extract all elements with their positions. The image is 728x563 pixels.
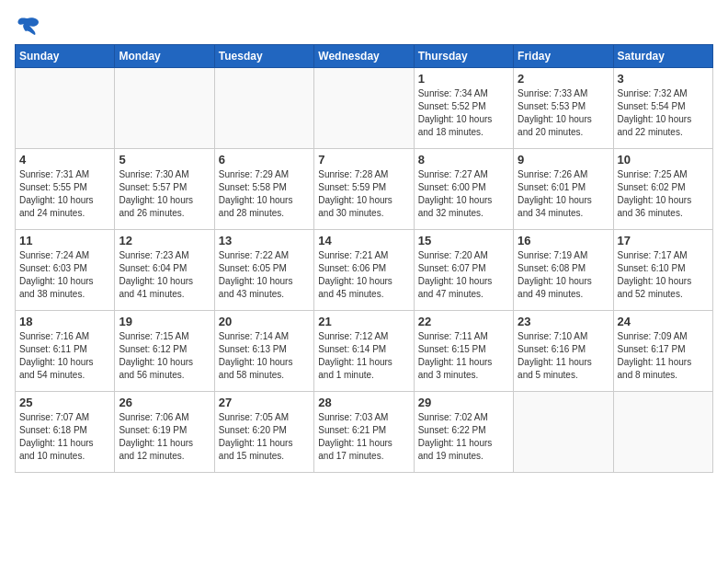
day-info: Sunrise: 7:16 AM Sunset: 6:11 PM Dayligh… bbox=[19, 330, 110, 382]
calendar-cell: 22Sunrise: 7:11 AM Sunset: 6:15 PM Dayli… bbox=[414, 311, 513, 392]
calendar-body: 1Sunrise: 7:34 AM Sunset: 5:52 PM Daylig… bbox=[16, 68, 713, 473]
day-info: Sunrise: 7:23 AM Sunset: 6:04 PM Dayligh… bbox=[119, 249, 210, 301]
day-info: Sunrise: 7:07 AM Sunset: 6:18 PM Dayligh… bbox=[19, 411, 110, 463]
day-info: Sunrise: 7:25 AM Sunset: 6:02 PM Dayligh… bbox=[618, 168, 709, 220]
calendar-cell: 13Sunrise: 7:22 AM Sunset: 6:05 PM Dayli… bbox=[214, 230, 313, 311]
day-info: Sunrise: 7:09 AM Sunset: 6:17 PM Dayligh… bbox=[618, 330, 709, 382]
calendar-cell: 26Sunrise: 7:06 AM Sunset: 6:19 PM Dayli… bbox=[115, 392, 214, 473]
day-number: 19 bbox=[119, 315, 210, 328]
day-number: 26 bbox=[119, 396, 210, 409]
day-number: 15 bbox=[418, 234, 509, 247]
day-number: 11 bbox=[19, 234, 110, 247]
calendar-header: SundayMondayTuesdayWednesdayThursdayFrid… bbox=[16, 45, 713, 68]
day-info: Sunrise: 7:06 AM Sunset: 6:19 PM Dayligh… bbox=[119, 411, 210, 463]
calendar-cell: 1Sunrise: 7:34 AM Sunset: 5:52 PM Daylig… bbox=[414, 68, 513, 149]
calendar-cell bbox=[214, 68, 313, 149]
day-info: Sunrise: 7:20 AM Sunset: 6:07 PM Dayligh… bbox=[418, 249, 509, 301]
day-of-week-header: Thursday bbox=[414, 45, 513, 68]
day-number: 27 bbox=[219, 396, 310, 409]
day-info: Sunrise: 7:02 AM Sunset: 6:22 PM Dayligh… bbox=[418, 411, 509, 463]
day-info: Sunrise: 7:29 AM Sunset: 5:58 PM Dayligh… bbox=[219, 168, 310, 220]
day-info: Sunrise: 7:19 AM Sunset: 6:08 PM Dayligh… bbox=[518, 249, 609, 301]
day-of-week-header: Sunday bbox=[16, 45, 115, 68]
calendar-week-row: 4Sunrise: 7:31 AM Sunset: 5:55 PM Daylig… bbox=[16, 149, 713, 230]
calendar-cell: 7Sunrise: 7:28 AM Sunset: 5:59 PM Daylig… bbox=[314, 149, 414, 230]
day-number: 23 bbox=[518, 315, 609, 328]
day-info: Sunrise: 7:15 AM Sunset: 6:12 PM Dayligh… bbox=[119, 330, 210, 382]
calendar-week-row: 11Sunrise: 7:24 AM Sunset: 6:03 PM Dayli… bbox=[16, 230, 713, 311]
calendar-cell: 2Sunrise: 7:33 AM Sunset: 5:53 PM Daylig… bbox=[514, 68, 613, 149]
calendar-table: SundayMondayTuesdayWednesdayThursdayFrid… bbox=[15, 44, 713, 473]
calendar-cell: 14Sunrise: 7:21 AM Sunset: 6:06 PM Dayli… bbox=[314, 230, 414, 311]
day-info: Sunrise: 7:10 AM Sunset: 6:16 PM Dayligh… bbox=[518, 330, 609, 382]
calendar-cell: 10Sunrise: 7:25 AM Sunset: 6:02 PM Dayli… bbox=[613, 149, 712, 230]
day-info: Sunrise: 7:26 AM Sunset: 6:01 PM Dayligh… bbox=[518, 168, 609, 220]
day-number: 21 bbox=[318, 315, 409, 328]
day-number: 9 bbox=[518, 153, 609, 167]
calendar-cell: 28Sunrise: 7:03 AM Sunset: 6:21 PM Dayli… bbox=[314, 392, 414, 473]
day-number: 2 bbox=[518, 72, 609, 86]
day-info: Sunrise: 7:33 AM Sunset: 5:53 PM Dayligh… bbox=[518, 87, 609, 139]
day-number: 16 bbox=[518, 234, 609, 247]
day-of-week-header: Wednesday bbox=[314, 45, 414, 68]
day-info: Sunrise: 7:12 AM Sunset: 6:14 PM Dayligh… bbox=[318, 330, 409, 382]
calendar-cell: 24Sunrise: 7:09 AM Sunset: 6:17 PM Dayli… bbox=[613, 311, 712, 392]
calendar-cell: 25Sunrise: 7:07 AM Sunset: 6:18 PM Dayli… bbox=[16, 392, 115, 473]
day-number: 18 bbox=[19, 315, 110, 328]
calendar-cell: 16Sunrise: 7:19 AM Sunset: 6:08 PM Dayli… bbox=[514, 230, 613, 311]
day-number: 8 bbox=[418, 153, 509, 167]
day-number: 3 bbox=[618, 72, 709, 86]
calendar-cell: 27Sunrise: 7:05 AM Sunset: 6:20 PM Dayli… bbox=[214, 392, 313, 473]
day-info: Sunrise: 7:03 AM Sunset: 6:21 PM Dayligh… bbox=[318, 411, 409, 463]
day-info: Sunrise: 7:22 AM Sunset: 6:05 PM Dayligh… bbox=[219, 249, 310, 301]
day-number: 20 bbox=[219, 315, 310, 328]
day-number: 4 bbox=[19, 153, 110, 167]
calendar-cell: 17Sunrise: 7:17 AM Sunset: 6:10 PM Dayli… bbox=[613, 230, 712, 311]
calendar-cell: 8Sunrise: 7:27 AM Sunset: 6:00 PM Daylig… bbox=[414, 149, 513, 230]
calendar-cell: 11Sunrise: 7:24 AM Sunset: 6:03 PM Dayli… bbox=[16, 230, 115, 311]
day-number: 12 bbox=[119, 234, 210, 247]
day-info: Sunrise: 7:32 AM Sunset: 5:54 PM Dayligh… bbox=[618, 87, 709, 139]
day-info: Sunrise: 7:27 AM Sunset: 6:00 PM Dayligh… bbox=[418, 168, 509, 220]
calendar-cell: 12Sunrise: 7:23 AM Sunset: 6:04 PM Dayli… bbox=[115, 230, 214, 311]
day-number: 10 bbox=[618, 153, 709, 167]
day-number: 14 bbox=[318, 234, 409, 247]
calendar-cell bbox=[514, 392, 613, 473]
logo-bird-icon bbox=[15, 15, 40, 37]
day-info: Sunrise: 7:11 AM Sunset: 6:15 PM Dayligh… bbox=[418, 330, 509, 382]
day-number: 25 bbox=[19, 396, 110, 409]
calendar-cell bbox=[115, 68, 214, 149]
calendar-cell bbox=[16, 68, 115, 149]
calendar-cell bbox=[613, 392, 712, 473]
day-info: Sunrise: 7:30 AM Sunset: 5:57 PM Dayligh… bbox=[119, 168, 210, 220]
day-info: Sunrise: 7:05 AM Sunset: 6:20 PM Dayligh… bbox=[219, 411, 310, 463]
calendar-week-row: 1Sunrise: 7:34 AM Sunset: 5:52 PM Daylig… bbox=[16, 68, 713, 149]
calendar-cell: 4Sunrise: 7:31 AM Sunset: 5:55 PM Daylig… bbox=[16, 149, 115, 230]
day-of-week-header: Saturday bbox=[613, 45, 712, 68]
day-number: 22 bbox=[418, 315, 509, 328]
day-number: 29 bbox=[418, 396, 509, 409]
calendar-week-row: 25Sunrise: 7:07 AM Sunset: 6:18 PM Dayli… bbox=[16, 392, 713, 473]
day-info: Sunrise: 7:21 AM Sunset: 6:06 PM Dayligh… bbox=[318, 249, 409, 301]
page-header bbox=[15, 15, 713, 37]
calendar-cell: 9Sunrise: 7:26 AM Sunset: 6:01 PM Daylig… bbox=[514, 149, 613, 230]
day-info: Sunrise: 7:34 AM Sunset: 5:52 PM Dayligh… bbox=[418, 87, 509, 139]
calendar-cell: 23Sunrise: 7:10 AM Sunset: 6:16 PM Dayli… bbox=[514, 311, 613, 392]
logo bbox=[15, 15, 44, 37]
day-number: 24 bbox=[618, 315, 709, 328]
calendar-cell: 18Sunrise: 7:16 AM Sunset: 6:11 PM Dayli… bbox=[16, 311, 115, 392]
day-info: Sunrise: 7:14 AM Sunset: 6:13 PM Dayligh… bbox=[219, 330, 310, 382]
calendar-cell: 3Sunrise: 7:32 AM Sunset: 5:54 PM Daylig… bbox=[613, 68, 712, 149]
calendar-cell: 21Sunrise: 7:12 AM Sunset: 6:14 PM Dayli… bbox=[314, 311, 414, 392]
day-info: Sunrise: 7:31 AM Sunset: 5:55 PM Dayligh… bbox=[19, 168, 110, 220]
day-number: 7 bbox=[318, 153, 409, 167]
day-of-week-header: Tuesday bbox=[214, 45, 313, 68]
calendar-cell: 15Sunrise: 7:20 AM Sunset: 6:07 PM Dayli… bbox=[414, 230, 513, 311]
calendar-cell: 20Sunrise: 7:14 AM Sunset: 6:13 PM Dayli… bbox=[214, 311, 313, 392]
day-of-week-header: Monday bbox=[115, 45, 214, 68]
day-number: 1 bbox=[418, 72, 509, 86]
day-info: Sunrise: 7:28 AM Sunset: 5:59 PM Dayligh… bbox=[318, 168, 409, 220]
calendar-week-row: 18Sunrise: 7:16 AM Sunset: 6:11 PM Dayli… bbox=[16, 311, 713, 392]
day-of-week-header: Friday bbox=[514, 45, 613, 68]
calendar-cell: 6Sunrise: 7:29 AM Sunset: 5:58 PM Daylig… bbox=[214, 149, 313, 230]
